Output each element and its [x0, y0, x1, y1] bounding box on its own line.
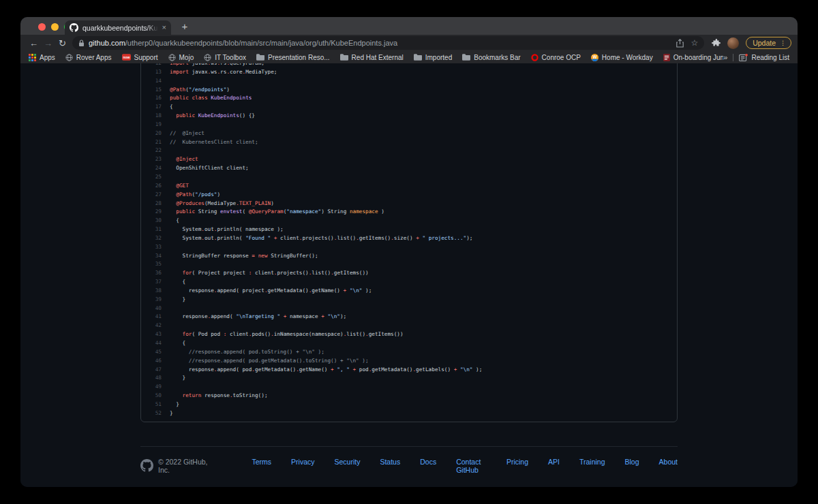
line-number[interactable]: 48 — [141, 374, 162, 383]
code-text: response.append( project.getMetadata().g… — [162, 287, 372, 296]
footer-link-terms[interactable]: Terms — [252, 458, 271, 474]
footer-link-pricing[interactable]: Pricing — [506, 458, 528, 474]
bookmark-red-hat-external[interactable]: Red Hat External — [340, 54, 404, 61]
line-number[interactable]: 32 — [141, 234, 162, 243]
line-number[interactable]: 19 — [141, 121, 162, 129]
bookmark-label: Support — [134, 54, 158, 61]
bookmark-bookmarks-bar[interactable]: Bookmarks Bar — [462, 54, 520, 61]
line-number[interactable]: 26 — [141, 182, 162, 191]
line-number[interactable]: 24 — [141, 164, 162, 173]
bookmark-label: Apps — [40, 54, 55, 61]
browser-tab[interactable]: quarkkubeendpoints/KubeEndp × — [65, 20, 171, 35]
footer-link-status[interactable]: Status — [380, 458, 400, 474]
line-number[interactable]: 27 — [141, 191, 162, 200]
line-number[interactable]: 46 — [141, 357, 162, 366]
footer-link-blog[interactable]: Blog — [625, 458, 639, 474]
line-number[interactable]: 42 — [141, 321, 162, 330]
line-number[interactable]: 38 — [141, 287, 162, 296]
code-text: @Inject — [162, 155, 198, 164]
line-number[interactable]: 49 — [141, 383, 162, 392]
line-number[interactable]: 50 — [141, 392, 162, 400]
line-number[interactable]: 41 — [141, 313, 162, 321]
close-tab-icon[interactable]: × — [162, 24, 166, 31]
bookmark-it-toolbox[interactable]: IT Toolbox — [204, 54, 246, 61]
code-text: @GET — [162, 182, 189, 191]
line-number[interactable]: 22 — [141, 146, 162, 155]
bookmark-apps[interactable]: Apps — [29, 54, 55, 61]
svg-text:now: now — [123, 55, 130, 59]
code-line: 48 } — [141, 374, 677, 383]
bookmark-conroe-ocp[interactable]: Conroe OCP — [531, 54, 581, 61]
footer-link-privacy[interactable]: Privacy — [291, 458, 314, 474]
line-number[interactable]: 21 — [141, 138, 162, 147]
bookmark-support[interactable]: nowSupport — [122, 54, 158, 61]
code-line: 29 public String envtest( @QueryParam("n… — [141, 208, 677, 217]
extensions-puzzle-icon[interactable] — [712, 39, 721, 48]
line-number[interactable]: 34 — [141, 252, 162, 261]
line-number[interactable]: 28 — [141, 200, 162, 208]
close-window-button[interactable] — [38, 23, 46, 31]
line-number[interactable]: 37 — [141, 278, 162, 287]
line-number[interactable]: 36 — [141, 269, 162, 278]
line-number[interactable]: 20 — [141, 129, 162, 138]
bookmark-imported[interactable]: Imported — [414, 54, 452, 61]
line-number[interactable]: 25 — [141, 173, 162, 182]
bookmark-star-icon[interactable]: ☆ — [691, 38, 698, 48]
workday-icon: W — [591, 54, 599, 61]
reading-list-button[interactable]: Reading List — [739, 54, 789, 61]
line-number[interactable]: 40 — [141, 304, 162, 313]
line-number[interactable]: 15 — [141, 86, 162, 95]
line-number[interactable]: 18 — [141, 112, 162, 121]
code-text: response.append( "\nTargeting " + namesp… — [162, 313, 346, 321]
new-tab-button[interactable]: + — [177, 19, 192, 34]
share-icon[interactable] — [676, 39, 684, 48]
line-number[interactable]: 33 — [141, 243, 162, 252]
footer-link-contact-github[interactable]: Contact GitHub — [456, 458, 487, 474]
bookmark-label: On-boarding Juni... — [673, 54, 724, 61]
forward-button[interactable]: → — [41, 36, 55, 50]
line-number[interactable]: 29 — [141, 208, 162, 217]
reload-button[interactable]: ↻ — [55, 36, 70, 50]
reading-list-icon — [739, 54, 748, 61]
footer-link-about[interactable]: About — [659, 458, 678, 474]
line-number[interactable]: 47 — [141, 366, 162, 375]
line-number[interactable]: 52 — [141, 409, 162, 418]
line-number[interactable]: 39 — [141, 296, 162, 304]
line-number[interactable]: 31 — [141, 225, 162, 234]
line-number[interactable]: 51 — [141, 400, 162, 409]
line-number[interactable]: 35 — [141, 260, 162, 269]
line-number[interactable]: 43 — [141, 330, 162, 339]
bookmark-on-boarding-juni[interactable]: On-boarding Juni... — [663, 54, 724, 61]
line-number[interactable]: 44 — [141, 339, 162, 348]
back-button[interactable]: ← — [27, 36, 41, 50]
update-button[interactable]: Update ⋮ — [746, 37, 791, 49]
lock-icon[interactable] — [78, 40, 85, 47]
bookmark-presentation-reso[interactable]: Presentation Reso... — [256, 54, 330, 61]
folder-icon — [414, 54, 422, 61]
line-number[interactable]: 23 — [141, 155, 162, 164]
line-number[interactable]: 17 — [141, 103, 162, 112]
code-line: 38 response.append( project.getMetadata(… — [141, 287, 677, 296]
bookmark-rover-apps[interactable]: Rover Apps — [65, 54, 112, 61]
bookmarks-overflow-chevron[interactable]: » — [723, 53, 727, 61]
footer-link-security[interactable]: Security — [335, 458, 361, 474]
code-line: 23 @Inject — [141, 155, 677, 164]
footer-link-api[interactable]: API — [548, 458, 560, 474]
code-line: 14 — [141, 77, 677, 86]
line-number[interactable]: 45 — [141, 348, 162, 357]
line-number[interactable]: 14 — [141, 77, 162, 86]
code-text: { — [162, 339, 185, 348]
address-bar[interactable]: github.com/utherp0/quarkkubeendpoints/bl… — [72, 36, 704, 50]
line-number[interactable]: 16 — [141, 94, 162, 103]
footer-link-training[interactable]: Training — [579, 458, 605, 474]
profile-avatar[interactable] — [727, 37, 739, 49]
line-number[interactable]: 30 — [141, 217, 162, 225]
line-number[interactable]: 13 — [141, 68, 162, 77]
line-number[interactable]: 12 — [141, 63, 162, 68]
footer-link-docs[interactable]: Docs — [420, 458, 436, 474]
minimize-window-button[interactable] — [51, 23, 59, 31]
code-text — [162, 146, 170, 155]
doc-icon — [663, 54, 670, 61]
bookmark-mojo[interactable]: Mojo — [168, 54, 194, 61]
bookmark-home-workday[interactable]: WHome - Workday — [591, 54, 653, 61]
